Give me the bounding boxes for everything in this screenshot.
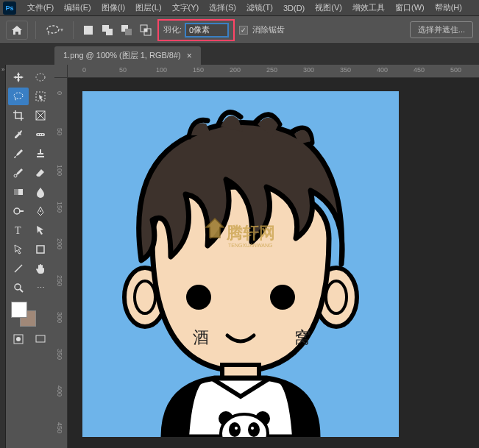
frame-tool[interactable] (30, 107, 51, 124)
svg-point-46 (251, 427, 254, 430)
foreground-color[interactable] (11, 302, 27, 318)
svg-rect-19 (14, 189, 18, 195)
cartoon-avatar: 酒 窝 腾轩网 (82, 91, 399, 437)
antialias-label: 消除锯齿 (252, 24, 285, 35)
options-bar: ▾ 羽化: 0像素 ✓ 消除锯齿 选择并遮住... (0, 16, 479, 44)
menu-bar: Ps 文件(F) 编辑(E) 图像(I) 图层(L) 文字(Y) 选择(S) 滤… (0, 0, 479, 16)
selection-intersect[interactable] (138, 23, 153, 38)
marquee-tool[interactable] (30, 68, 51, 86)
svg-rect-8 (144, 29, 147, 32)
svg-line-25 (15, 265, 22, 272)
app-logo: Ps (3, 1, 16, 15)
direct-select-tool[interactable] (8, 241, 29, 258)
object-select-tool[interactable] (30, 88, 51, 105)
ruler-vertical[interactable]: 050100150200250300350400450 (54, 78, 68, 448)
svg-point-29 (16, 337, 21, 341)
menu-file[interactable]: 文件(F) (22, 1, 59, 15)
svg-line-27 (20, 289, 23, 292)
menu-help[interactable]: 帮助(H) (430, 1, 467, 15)
gradient-tool[interactable] (8, 183, 29, 201)
home-button[interactable] (6, 21, 28, 40)
select-and-mask-button[interactable]: 选择并遮住... (410, 21, 473, 38)
svg-point-14 (38, 134, 39, 135)
menu-filter[interactable]: 滤镜(T) (241, 1, 278, 15)
svg-text:T: T (15, 225, 21, 236)
selection-new[interactable] (81, 23, 96, 38)
svg-point-43 (229, 422, 241, 437)
zoom-tool[interactable] (8, 279, 29, 296)
move-tool[interactable] (8, 68, 29, 86)
type-tool[interactable]: T (8, 221, 29, 239)
dodge-tool[interactable] (8, 202, 29, 220)
svg-rect-21 (19, 210, 24, 212)
svg-point-0 (47, 26, 59, 33)
svg-rect-30 (36, 335, 45, 342)
menu-view[interactable]: 视图(V) (310, 1, 347, 15)
svg-rect-24 (37, 246, 44, 253)
menu-window[interactable]: 窗口(W) (390, 1, 430, 15)
toolbox: T ⋯ (6, 65, 54, 448)
selection-subtract[interactable] (119, 23, 134, 38)
healing-tool[interactable] (30, 126, 51, 143)
svg-point-17 (14, 174, 17, 177)
feather-highlight: 羽化: 0像素 (157, 19, 235, 41)
svg-rect-1 (84, 26, 93, 35)
document-tab[interactable]: 1.png @ 100% (图层 1, RGB/8#) × (54, 46, 201, 65)
menu-edit[interactable]: 编辑(E) (59, 1, 96, 15)
svg-rect-3 (106, 29, 113, 35)
svg-text:酒: 酒 (193, 328, 209, 346)
svg-point-45 (235, 427, 238, 430)
more-tools[interactable]: ⋯ (30, 279, 51, 296)
menu-select[interactable]: 选择(S) (204, 1, 241, 15)
brush-tool[interactable] (8, 145, 29, 163)
menu-plugins[interactable]: 增效工具 (347, 1, 390, 15)
crop-tool[interactable] (8, 107, 29, 124)
close-icon[interactable]: × (187, 51, 192, 61)
svg-point-15 (40, 134, 41, 135)
svg-rect-5 (125, 29, 132, 35)
blur-tool[interactable] (30, 183, 51, 201)
svg-point-16 (42, 134, 43, 135)
history-brush-tool[interactable] (8, 164, 29, 182)
selection-add[interactable] (100, 23, 115, 38)
eyedropper-tool[interactable] (8, 126, 29, 143)
svg-point-9 (36, 74, 45, 81)
shape-tool[interactable] (30, 241, 51, 258)
path-select-tool[interactable] (30, 221, 51, 239)
expand-icon[interactable]: » (0, 65, 5, 74)
lasso-tool-indicator[interactable]: ▾ (43, 21, 65, 40)
eraser-tool[interactable] (30, 164, 51, 182)
svg-point-36 (270, 285, 295, 310)
svg-point-22 (40, 210, 41, 212)
svg-text:窝: 窝 (294, 328, 311, 346)
menu-layer[interactable]: 图层(L) (130, 1, 166, 15)
svg-point-10 (14, 93, 23, 99)
ruler-horizontal[interactable]: 050100150200250300350400450500 (68, 65, 479, 78)
lasso-tool[interactable] (8, 88, 29, 105)
color-swatches (7, 299, 53, 330)
svg-point-44 (248, 422, 260, 437)
document-canvas[interactable]: 酒 窝 腾轩网 (82, 91, 399, 437)
svg-point-35 (186, 285, 211, 310)
feather-input[interactable]: 0像素 (185, 23, 229, 38)
left-panel-collapsed[interactable]: » (0, 65, 6, 448)
tab-title: 1.png @ 100% (图层 1, RGB/8#) (63, 50, 181, 61)
menu-image[interactable]: 图像(I) (96, 1, 130, 15)
canvas-area: 050100150200250300350400450500 050100150… (54, 65, 479, 448)
document-tabs: 1.png @ 100% (图层 1, RGB/8#) × (0, 44, 479, 65)
stamp-tool[interactable] (30, 145, 51, 163)
menu-3d[interactable]: 3D(D) (278, 2, 310, 14)
svg-point-20 (14, 208, 20, 214)
feather-label: 羽化: (163, 24, 182, 35)
line-tool[interactable] (8, 260, 29, 277)
screenmode-toggle[interactable] (30, 330, 51, 348)
ruler-origin[interactable] (54, 65, 68, 78)
antialias-checkbox[interactable]: ✓ (239, 26, 248, 35)
svg-point-26 (15, 284, 21, 290)
quickmask-toggle[interactable] (8, 330, 29, 348)
menu-type[interactable]: 文字(Y) (167, 1, 205, 15)
pen-tool[interactable] (30, 202, 51, 220)
svg-text:腾轩网: 腾轩网 (226, 224, 275, 242)
svg-text:TENGXUANWANG: TENGXUANWANG (228, 243, 272, 248)
hand-tool[interactable] (30, 260, 51, 277)
